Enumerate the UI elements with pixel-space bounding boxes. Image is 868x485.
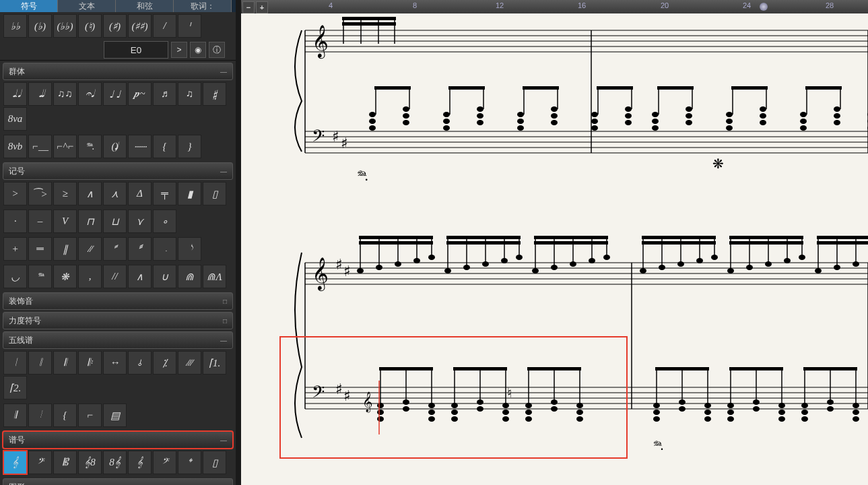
clef-btn-0-7[interactable]: 𝄌 [178, 451, 201, 474]
clef-btn-0-0[interactable]: 𝄞 [3, 451, 27, 474]
group-btn-0-9[interactable]: 8va [3, 107, 27, 131]
dflat-btn[interactable]: ♭♭ [3, 14, 27, 38]
tab-lyrics[interactable]: 歌词： [174, 0, 232, 12]
group-btn-0-5[interactable]: 𝆏~ [128, 82, 152, 106]
group-btn-1-7[interactable]: } [178, 135, 201, 158]
info-button[interactable]: ⓘ [209, 42, 225, 58]
marks-btn-3-8[interactable]: ⋒Λ [203, 265, 226, 288]
slash-btn[interactable]: / [153, 14, 176, 38]
tab-chords[interactable]: 和弦 [116, 0, 174, 12]
marks-btn-1-3[interactable]: ⊓ [78, 209, 102, 233]
staff-btn-0-7[interactable]: ⫻ [178, 351, 201, 375]
group-btn-1-5[interactable]: ┄┄ [128, 135, 152, 158]
collapse-icon[interactable]: — [220, 168, 227, 175]
section-header-graphic[interactable]: 图形□ [3, 478, 233, 485]
clef-btn-0-6[interactable]: 𝄢 [153, 451, 176, 474]
midi-button[interactable]: ◉ [190, 42, 206, 58]
marks-btn-2-2[interactable]: ∥ [53, 237, 77, 261]
group-btn-0-8[interactable]: 𝄱 [203, 82, 226, 106]
marks-btn-3-3[interactable]: , [78, 265, 102, 288]
marks-btn-0-8[interactable]: ▯ [203, 182, 226, 205]
tab-text[interactable]: 文本 [58, 0, 116, 12]
group-btn-1-1[interactable]: ⌐__ [28, 135, 52, 158]
marks-btn-3-0[interactable]: ◡ [3, 265, 27, 288]
group-btn-0-7[interactable]: ♫ [178, 82, 201, 106]
group-btn-1-6[interactable]: { [153, 135, 176, 158]
group-btn-0-0[interactable]: 𝅘𝅥..𝅘𝅥 [3, 82, 27, 106]
marks-btn-1-4[interactable]: ⊔ [103, 209, 127, 233]
marks-btn-3-1[interactable]: 𝆮 [28, 265, 52, 288]
group-btn-0-4[interactable]: ♩ ♩ [103, 82, 127, 106]
staff-btn-0-8[interactable]: ⌈1. [203, 351, 226, 375]
collapse-icon[interactable]: □ [223, 317, 227, 325]
timeline-ruler[interactable]: − + 4 8 12 16 20 24 28 [241, 0, 868, 14]
paren-flat-btn[interactable]: (♭) [28, 14, 52, 38]
collapse-icon[interactable]: — [220, 337, 227, 344]
marks-btn-0-5[interactable]: Δ [128, 182, 152, 205]
marks-btn-2-7[interactable]: 𝅮 [178, 237, 201, 261]
marks-btn-2-6[interactable]: 𝅭 [153, 237, 176, 261]
group-btn-1-4[interactable]: (𝅘𝅥) [103, 135, 127, 158]
staff-btn-0-5[interactable]: ⫰ [128, 351, 152, 375]
marks-btn-1-6[interactable]: ∘ [153, 209, 176, 233]
zoom-in-button[interactable]: + [256, 1, 268, 13]
marks-btn-0-7[interactable]: ▮ [178, 182, 201, 205]
marks-btn-3-7[interactable]: ⋒ [178, 265, 201, 288]
clef-btn-0-5[interactable]: 𝄞 [128, 451, 152, 474]
staff-btn-1-0[interactable]: 𝄂 [3, 403, 27, 427]
paren-sharp-btn[interactable]: (♯) [103, 14, 127, 38]
zoom-out-button[interactable]: − [242, 1, 255, 13]
marks-btn-1-0[interactable]: · [3, 209, 27, 233]
staff-btn-0-9[interactable]: ⌈2. [3, 376, 27, 399]
section-header-dynamics[interactable]: 力度符号□ [3, 312, 233, 329]
staff-btn-0-4[interactable]: ↔ [103, 351, 127, 375]
group-btn-0-2[interactable]: ♫♫ [53, 82, 77, 106]
marks-btn-3-4[interactable]: // [103, 265, 127, 288]
section-header-marks[interactable]: 记号— [3, 162, 233, 180]
staff-btn-1-4[interactable]: ▤ [103, 403, 127, 427]
clef-btn-0-1[interactable]: 𝄢 [28, 451, 52, 474]
group-btn-0-3[interactable]: 𝄐♩ [78, 82, 102, 106]
accent-button[interactable]: > [171, 42, 187, 58]
staff-btn-0-0[interactable]: 𝄀 [3, 351, 27, 375]
group-btn-1-0[interactable]: 8vb [3, 135, 27, 158]
staff-btn-0-2[interactable]: 𝄃 [53, 351, 77, 375]
staff-btn-1-2[interactable]: { [53, 403, 77, 427]
staff-btn-0-3[interactable]: 𝄆 [78, 351, 102, 375]
section-header-staff[interactable]: 五线谱— [3, 331, 233, 349]
clef-btn-0-4[interactable]: 8𝄞 [103, 451, 127, 474]
note-name-input[interactable] [104, 41, 168, 59]
score-canvas[interactable]: 𝄞 𝄢 ♯ ♯ [241, 13, 868, 485]
playhead-handle[interactable] [760, 3, 768, 11]
staff-btn-0-1[interactable]: 𝄁 [28, 351, 52, 375]
paren-dflat-btn[interactable]: (♭♭) [53, 14, 77, 38]
marks-btn-0-3[interactable]: ∧ [78, 182, 102, 205]
marks-btn-2-4[interactable]: 𝅫 [103, 237, 127, 261]
group-btn-1-3[interactable]: 𝆮. [78, 135, 102, 158]
marks-btn-2-0[interactable]: + [3, 237, 27, 261]
collapse-icon[interactable]: □ [223, 298, 227, 305]
paren-dsharp-btn[interactable]: (♯♯) [128, 14, 152, 38]
section-header-group[interactable]: 群体— [3, 63, 233, 80]
marks-btn-3-2[interactable]: ❋ [53, 265, 77, 288]
staff-btn-1-1[interactable]: 𝄄 [28, 403, 52, 427]
marks-btn-0-1[interactable]: ⁀> [28, 182, 52, 205]
group-btn-1-2[interactable]: ⌐^⌐ [53, 135, 77, 158]
clef-btn-0-2[interactable]: 𝄡 [53, 451, 77, 474]
marks-btn-0-4[interactable]: ⋏ [103, 182, 127, 205]
marks-btn-2-5[interactable]: 𝅬 [128, 237, 152, 261]
marks-btn-0-6[interactable]: ╤ [153, 182, 176, 205]
collapse-icon[interactable]: — [220, 437, 227, 444]
paren-natural-btn[interactable]: (♮) [78, 14, 102, 38]
section-header-ornament[interactable]: 装饰音□ [3, 292, 233, 310]
group-btn-0-1[interactable]: 𝅘𝅥.𝅘𝅥 [28, 82, 52, 106]
tab-symbols[interactable]: 符号 [0, 0, 58, 12]
marks-btn-1-2[interactable]: V [53, 209, 77, 233]
marks-btn-1-5[interactable]: ⋎ [128, 209, 152, 233]
rest-btn[interactable]: ᴵ [178, 14, 201, 38]
marks-btn-1-1[interactable]: – [28, 209, 52, 233]
staff-btn-1-3[interactable]: ⌐ [78, 403, 102, 427]
group-btn-0-6[interactable]: ♬ [153, 82, 176, 106]
marks-btn-0-0[interactable]: > [3, 182, 27, 205]
clef-btn-0-8[interactable]: ▯ [203, 451, 226, 474]
